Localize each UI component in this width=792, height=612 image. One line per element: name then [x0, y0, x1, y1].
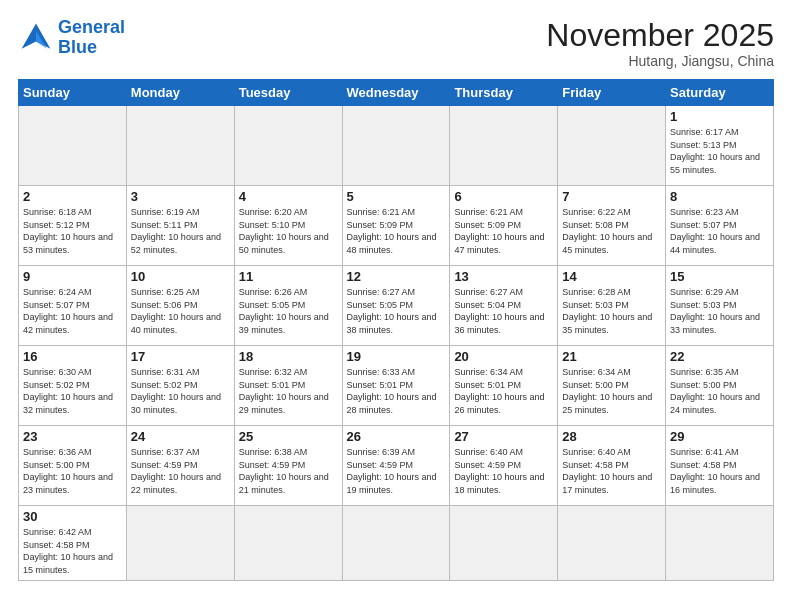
day-number: 15 — [670, 269, 769, 284]
day-number: 17 — [131, 349, 230, 364]
day-info: Sunrise: 6:24 AM Sunset: 5:07 PM Dayligh… — [23, 286, 122, 336]
day-number: 5 — [347, 189, 446, 204]
calendar-cell — [19, 106, 127, 186]
calendar-cell: 3Sunrise: 6:19 AM Sunset: 5:11 PM Daylig… — [126, 186, 234, 266]
calendar-week-3: 9Sunrise: 6:24 AM Sunset: 5:07 PM Daylig… — [19, 266, 774, 346]
day-number: 29 — [670, 429, 769, 444]
calendar-cell — [126, 106, 234, 186]
day-number: 19 — [347, 349, 446, 364]
day-info: Sunrise: 6:23 AM Sunset: 5:07 PM Dayligh… — [670, 206, 769, 256]
weekday-header-saturday: Saturday — [666, 80, 774, 106]
day-info: Sunrise: 6:35 AM Sunset: 5:00 PM Dayligh… — [670, 366, 769, 416]
day-number: 16 — [23, 349, 122, 364]
calendar: SundayMondayTuesdayWednesdayThursdayFrid… — [18, 79, 774, 580]
calendar-cell: 26Sunrise: 6:39 AM Sunset: 4:59 PM Dayli… — [342, 426, 450, 506]
calendar-week-4: 16Sunrise: 6:30 AM Sunset: 5:02 PM Dayli… — [19, 346, 774, 426]
title-block: November 2025 Hutang, Jiangsu, China — [546, 18, 774, 69]
calendar-cell — [234, 106, 342, 186]
calendar-cell: 6Sunrise: 6:21 AM Sunset: 5:09 PM Daylig… — [450, 186, 558, 266]
logo-general: General — [58, 17, 125, 37]
calendar-cell: 10Sunrise: 6:25 AM Sunset: 5:06 PM Dayli… — [126, 266, 234, 346]
day-number: 22 — [670, 349, 769, 364]
logo-text: General Blue — [58, 18, 125, 58]
calendar-cell: 14Sunrise: 6:28 AM Sunset: 5:03 PM Dayli… — [558, 266, 666, 346]
calendar-cell — [234, 506, 342, 580]
calendar-week-1: 1Sunrise: 6:17 AM Sunset: 5:13 PM Daylig… — [19, 106, 774, 186]
weekday-header-friday: Friday — [558, 80, 666, 106]
day-info: Sunrise: 6:39 AM Sunset: 4:59 PM Dayligh… — [347, 446, 446, 496]
day-info: Sunrise: 6:20 AM Sunset: 5:10 PM Dayligh… — [239, 206, 338, 256]
day-info: Sunrise: 6:27 AM Sunset: 5:05 PM Dayligh… — [347, 286, 446, 336]
calendar-cell: 28Sunrise: 6:40 AM Sunset: 4:58 PM Dayli… — [558, 426, 666, 506]
weekday-row: SundayMondayTuesdayWednesdayThursdayFrid… — [19, 80, 774, 106]
calendar-cell: 1Sunrise: 6:17 AM Sunset: 5:13 PM Daylig… — [666, 106, 774, 186]
day-number: 20 — [454, 349, 553, 364]
day-info: Sunrise: 6:40 AM Sunset: 4:58 PM Dayligh… — [562, 446, 661, 496]
day-number: 18 — [239, 349, 338, 364]
calendar-cell — [450, 506, 558, 580]
logo-icon — [18, 20, 54, 56]
day-number: 30 — [23, 509, 122, 524]
calendar-cell: 7Sunrise: 6:22 AM Sunset: 5:08 PM Daylig… — [558, 186, 666, 266]
day-info: Sunrise: 6:26 AM Sunset: 5:05 PM Dayligh… — [239, 286, 338, 336]
calendar-cell: 17Sunrise: 6:31 AM Sunset: 5:02 PM Dayli… — [126, 346, 234, 426]
day-info: Sunrise: 6:36 AM Sunset: 5:00 PM Dayligh… — [23, 446, 122, 496]
calendar-cell: 22Sunrise: 6:35 AM Sunset: 5:00 PM Dayli… — [666, 346, 774, 426]
calendar-cell: 29Sunrise: 6:41 AM Sunset: 4:58 PM Dayli… — [666, 426, 774, 506]
day-number: 2 — [23, 189, 122, 204]
calendar-cell: 11Sunrise: 6:26 AM Sunset: 5:05 PM Dayli… — [234, 266, 342, 346]
month-title: November 2025 — [546, 18, 774, 53]
calendar-header: SundayMondayTuesdayWednesdayThursdayFrid… — [19, 80, 774, 106]
calendar-cell: 5Sunrise: 6:21 AM Sunset: 5:09 PM Daylig… — [342, 186, 450, 266]
day-info: Sunrise: 6:17 AM Sunset: 5:13 PM Dayligh… — [670, 126, 769, 176]
calendar-cell: 21Sunrise: 6:34 AM Sunset: 5:00 PM Dayli… — [558, 346, 666, 426]
day-number: 27 — [454, 429, 553, 444]
day-info: Sunrise: 6:33 AM Sunset: 5:01 PM Dayligh… — [347, 366, 446, 416]
day-info: Sunrise: 6:34 AM Sunset: 5:01 PM Dayligh… — [454, 366, 553, 416]
calendar-cell: 19Sunrise: 6:33 AM Sunset: 5:01 PM Dayli… — [342, 346, 450, 426]
day-number: 12 — [347, 269, 446, 284]
location: Hutang, Jiangsu, China — [546, 53, 774, 69]
day-info: Sunrise: 6:28 AM Sunset: 5:03 PM Dayligh… — [562, 286, 661, 336]
calendar-cell — [558, 506, 666, 580]
day-number: 25 — [239, 429, 338, 444]
calendar-cell — [666, 506, 774, 580]
day-number: 7 — [562, 189, 661, 204]
day-number: 9 — [23, 269, 122, 284]
calendar-cell — [450, 106, 558, 186]
day-number: 21 — [562, 349, 661, 364]
weekday-header-tuesday: Tuesday — [234, 80, 342, 106]
logo: General Blue — [18, 18, 125, 58]
day-number: 28 — [562, 429, 661, 444]
day-number: 6 — [454, 189, 553, 204]
calendar-cell: 4Sunrise: 6:20 AM Sunset: 5:10 PM Daylig… — [234, 186, 342, 266]
calendar-cell: 16Sunrise: 6:30 AM Sunset: 5:02 PM Dayli… — [19, 346, 127, 426]
calendar-week-6: 30Sunrise: 6:42 AM Sunset: 4:58 PM Dayli… — [19, 506, 774, 580]
day-info: Sunrise: 6:19 AM Sunset: 5:11 PM Dayligh… — [131, 206, 230, 256]
day-info: Sunrise: 6:21 AM Sunset: 5:09 PM Dayligh… — [454, 206, 553, 256]
calendar-cell: 25Sunrise: 6:38 AM Sunset: 4:59 PM Dayli… — [234, 426, 342, 506]
weekday-header-wednesday: Wednesday — [342, 80, 450, 106]
calendar-week-2: 2Sunrise: 6:18 AM Sunset: 5:12 PM Daylig… — [19, 186, 774, 266]
calendar-cell: 30Sunrise: 6:42 AM Sunset: 4:58 PM Dayli… — [19, 506, 127, 580]
day-info: Sunrise: 6:31 AM Sunset: 5:02 PM Dayligh… — [131, 366, 230, 416]
calendar-cell: 9Sunrise: 6:24 AM Sunset: 5:07 PM Daylig… — [19, 266, 127, 346]
weekday-header-thursday: Thursday — [450, 80, 558, 106]
day-number: 11 — [239, 269, 338, 284]
day-info: Sunrise: 6:41 AM Sunset: 4:58 PM Dayligh… — [670, 446, 769, 496]
calendar-cell: 23Sunrise: 6:36 AM Sunset: 5:00 PM Dayli… — [19, 426, 127, 506]
day-number: 8 — [670, 189, 769, 204]
day-number: 14 — [562, 269, 661, 284]
calendar-cell — [342, 106, 450, 186]
calendar-cell: 18Sunrise: 6:32 AM Sunset: 5:01 PM Dayli… — [234, 346, 342, 426]
day-info: Sunrise: 6:32 AM Sunset: 5:01 PM Dayligh… — [239, 366, 338, 416]
day-number: 4 — [239, 189, 338, 204]
day-number: 3 — [131, 189, 230, 204]
calendar-week-5: 23Sunrise: 6:36 AM Sunset: 5:00 PM Dayli… — [19, 426, 774, 506]
calendar-cell: 12Sunrise: 6:27 AM Sunset: 5:05 PM Dayli… — [342, 266, 450, 346]
day-info: Sunrise: 6:27 AM Sunset: 5:04 PM Dayligh… — [454, 286, 553, 336]
calendar-cell: 24Sunrise: 6:37 AM Sunset: 4:59 PM Dayli… — [126, 426, 234, 506]
weekday-header-sunday: Sunday — [19, 80, 127, 106]
calendar-cell: 2Sunrise: 6:18 AM Sunset: 5:12 PM Daylig… — [19, 186, 127, 266]
logo-blue: Blue — [58, 37, 97, 57]
